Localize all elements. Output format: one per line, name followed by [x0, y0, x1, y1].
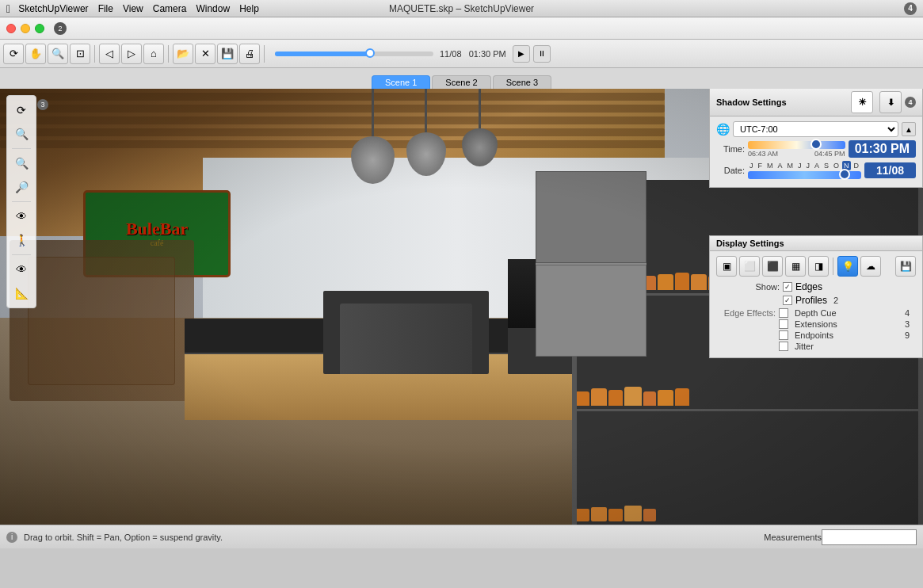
left-tool-sep-2 — [12, 201, 31, 202]
viewport[interactable]: BuleBar café — [0, 89, 923, 548]
zoom-tool[interactable]: 🔍 — [48, 44, 68, 64]
profiles-checkbox[interactable] — [783, 296, 792, 305]
display-icon-shadow[interactable]: ☁ — [860, 256, 881, 277]
next-view-tool[interactable]: ▷ — [121, 44, 142, 64]
month-S[interactable]: S — [822, 161, 830, 170]
print-tool[interactable]: 🖨 — [239, 44, 260, 64]
look-tool[interactable]: 👁 — [10, 205, 32, 227]
edges-checkbox[interactable] — [783, 282, 792, 292]
timeline-track[interactable] — [275, 52, 433, 56]
endpoints-label: Endpoints — [795, 330, 833, 340]
depth-cue-checkbox[interactable] — [779, 308, 788, 318]
left-tool-sep-3 — [12, 254, 31, 255]
minimize-button[interactable] — [21, 24, 30, 33]
month-O[interactable]: O — [832, 161, 841, 170]
endpoints-value: 9 — [897, 330, 910, 340]
apple-menu[interactable]:  — [6, 2, 10, 15]
zoom-in-tool[interactable]: 🔍 — [10, 152, 32, 174]
extensions-row: Extensions 3 — [716, 319, 916, 329]
month-F[interactable]: F — [757, 161, 765, 170]
orbit-tool[interactable]: ⟳ — [3, 44, 24, 64]
time-label: Time: — [716, 144, 745, 154]
status-text: Drag to orbit. Shift = Pan, Option = sus… — [24, 533, 764, 542]
zoom-extents-tool[interactable]: ⊡ — [70, 44, 90, 64]
display-save-button[interactable]: 💾 — [895, 256, 916, 277]
eye-tool[interactable]: 👁 — [10, 258, 32, 281]
app-menu: SketchUpViewer File View Camera Window H… — [18, 3, 259, 14]
extensions-value: 3 — [897, 319, 910, 329]
time-start-label: 06:43 AM — [748, 150, 778, 158]
left-tool-sep-1 — [12, 148, 31, 149]
measure-tool[interactable]: 📐 — [10, 282, 32, 304]
play-button[interactable]: ▶ — [513, 45, 530, 63]
extensions-checkbox[interactable] — [779, 319, 788, 329]
walk-tool[interactable]: 🚶 — [10, 229, 32, 251]
pan-tool[interactable]: ✋ — [25, 44, 46, 64]
menu-help[interactable]: Help — [239, 3, 259, 14]
window-title: MAQUETE.skp – SketchUpViewer — [389, 3, 534, 14]
display-settings-title: Display Settings — [710, 236, 922, 251]
shadow-settings-label: Shadow Settings — [716, 97, 787, 107]
display-icon-shaded[interactable]: ⬛ — [762, 256, 783, 277]
time-thumb[interactable] — [810, 139, 822, 150]
month-A1[interactable]: A — [776, 161, 784, 170]
left-toolbar-badge: 3 — [37, 99, 48, 110]
maximize-button[interactable] — [35, 24, 44, 33]
shadow-icon-button[interactable]: ☀ — [851, 91, 873, 113]
measurements-label: Measurements — [764, 533, 822, 542]
time-slider[interactable] — [748, 141, 845, 149]
pause-button[interactable]: ⏸ — [533, 45, 551, 63]
menu-sketchupviewer[interactable]: SketchUpViewer — [18, 3, 89, 14]
measurements-input[interactable] — [822, 529, 917, 545]
date-slider[interactable] — [748, 171, 861, 179]
month-M[interactable]: M — [765, 161, 775, 170]
month-J[interactable]: J — [748, 161, 755, 170]
menu-file[interactable]: File — [98, 3, 113, 14]
main-area: BuleBar café — [0, 89, 923, 548]
display-icon-hidden[interactable]: ⬜ — [739, 256, 760, 277]
toolbar-sep-1 — [94, 45, 95, 63]
menu-view[interactable]: View — [123, 3, 143, 14]
pendant-light-1 — [351, 89, 395, 184]
shadow-settings-title: Shadow Settings ☀ ⬇ 4 — [710, 89, 922, 116]
endpoints-row: Endpoints 9 — [716, 330, 916, 340]
timeline-thumb[interactable] — [365, 48, 375, 58]
menu-window[interactable]: Window — [196, 3, 230, 14]
zoom-left-tool[interactable]: 🔍 — [10, 123, 32, 145]
month-D[interactable]: D — [852, 161, 861, 170]
menu-camera[interactable]: Camera — [153, 3, 187, 14]
display-icon-monochrome[interactable]: ◨ — [808, 256, 829, 277]
pendant-light-3 — [462, 89, 498, 166]
month-A2[interactable]: A — [813, 161, 821, 170]
time-end-label: 04:45 PM — [814, 150, 845, 158]
info-button[interactable]: i — [6, 532, 17, 543]
display-icon-wireframe[interactable]: ▣ — [716, 256, 737, 277]
close-tool[interactable]: ✕ — [195, 44, 215, 64]
help-badge[interactable]: 4 — [904, 2, 917, 15]
previous-view-tool[interactable]: ◁ — [99, 44, 120, 64]
timezone-icon: 🌐 — [716, 123, 730, 136]
month-J3[interactable]: J — [805, 161, 812, 170]
scene-tab-3[interactable]: Scene 3 — [493, 75, 551, 89]
timezone-up[interactable]: ▲ — [902, 122, 916, 136]
display-icon-active-1[interactable]: 💡 — [837, 256, 858, 277]
save-tool[interactable]: 💾 — [217, 44, 238, 64]
jitter-label: Jitter — [795, 342, 814, 351]
scene-tab-1[interactable]: Scene 1 — [372, 75, 430, 89]
close-button[interactable] — [6, 24, 16, 33]
timezone-select[interactable]: UTC-7:00 — [733, 121, 898, 137]
orbit-left-tool[interactable]: ⟳ — [10, 99, 32, 121]
export-button[interactable]: ⬇ — [879, 91, 902, 113]
jitter-checkbox[interactable] — [779, 342, 788, 351]
edge-effects-section: Edge Effects: Depth Cue 4 — [716, 308, 916, 318]
zoom-out-tool[interactable]: 🔎 — [10, 176, 32, 198]
date-thumb[interactable] — [839, 169, 850, 180]
scene-tab-2[interactable]: Scene 2 — [432, 75, 490, 89]
month-M2[interactable]: M — [786, 161, 795, 170]
table-area — [10, 240, 194, 401]
display-icon-textured[interactable]: ▦ — [785, 256, 806, 277]
endpoints-checkbox[interactable] — [779, 330, 788, 340]
month-J2[interactable]: J — [796, 161, 803, 170]
home-tool[interactable]: ⌂ — [143, 44, 164, 64]
open-file-tool[interactable]: 📂 — [173, 44, 193, 64]
